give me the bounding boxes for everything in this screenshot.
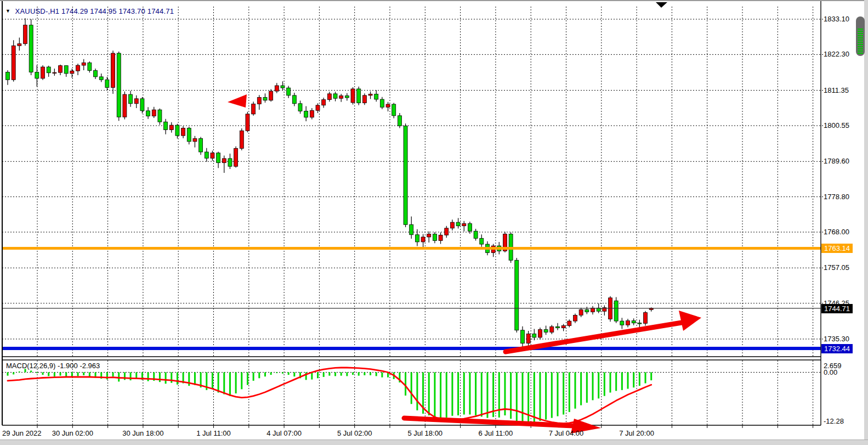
candle-body [362, 95, 366, 103]
candle-body [421, 237, 425, 242]
candle-body [404, 126, 407, 224]
support-price-badge: 1732.44 [821, 344, 853, 353]
candle-body [193, 139, 197, 142]
candle-body [474, 231, 478, 238]
current-bar-marker-icon[interactable] [656, 2, 667, 8]
price-axis-label: 1757.05 [824, 264, 849, 272]
candle-body [169, 125, 173, 129]
candlestick-chart[interactable] [0, 0, 868, 445]
last-price-badge: 1744.71 [821, 304, 853, 313]
candle-body [468, 224, 472, 232]
price-axis-label: 1833.10 [824, 15, 849, 23]
window-right-strip [864, 0, 868, 445]
candle-body [59, 66, 63, 73]
candle-body [614, 301, 618, 321]
time-axis-label: 5 Jul 18:00 [389, 429, 461, 437]
candle-body [445, 228, 449, 235]
candle-body [480, 238, 484, 244]
candle-body [568, 321, 571, 325]
candle-body [380, 99, 384, 107]
candle-body [64, 66, 68, 74]
candle-body [246, 114, 249, 131]
candle-body [24, 25, 27, 44]
candle-body [392, 104, 396, 116]
candle-body [240, 131, 243, 148]
candle-body [304, 111, 308, 117]
candle-body [29, 25, 33, 72]
collapse-triangle-icon[interactable]: ▼ [5, 8, 10, 14]
candle-body [111, 53, 115, 88]
candle-body [287, 88, 291, 95]
candle-body [375, 94, 378, 99]
candle-body [146, 111, 150, 116]
left-arrow-marker-icon[interactable] [228, 94, 247, 108]
candle-body [345, 95, 349, 98]
candle-body [164, 122, 168, 129]
candle-body [117, 53, 121, 117]
candle-body [579, 309, 583, 315]
symbol-ohlc-text: XAUUSD-,H1 1744.29 1744.95 1743.70 1744.… [15, 7, 174, 15]
candle-body [638, 323, 642, 324]
candle-body [538, 330, 542, 337]
candle-body [82, 63, 86, 65]
time-axis-label: 5 Jul 02:00 [319, 429, 390, 437]
candle-body [70, 71, 74, 74]
candle-body [152, 110, 156, 116]
candle-body [462, 224, 466, 226]
time-axis-label: 29 Jun 2022 [2, 429, 42, 437]
candle-body [298, 104, 302, 111]
candle-body [76, 65, 80, 71]
time-axis-label: 7 Jul 04:00 [531, 429, 602, 437]
candle-body [398, 116, 401, 126]
candle-body [532, 334, 536, 337]
candle-body [129, 94, 133, 104]
candle-body [158, 110, 162, 122]
candle-body [187, 128, 191, 141]
candle-body [228, 159, 232, 166]
window-top-edge [0, 0, 868, 1]
candle-body [263, 97, 267, 100]
macd-signal-line [8, 368, 651, 424]
scrollbar-grip-icon [858, 29, 863, 54]
time-axis-label: 4 Jul 07:00 [248, 429, 320, 437]
candle-body [199, 139, 203, 152]
candle-body [99, 77, 103, 80]
candle-body [140, 99, 144, 111]
candle-body [88, 63, 92, 70]
candle-body [211, 153, 214, 159]
candle-body [134, 99, 138, 104]
trend-arrow-up-head[interactable] [679, 311, 701, 331]
candle-body [53, 72, 56, 73]
window-bottom-strip [0, 440, 868, 445]
candle-body [585, 309, 589, 312]
candle-body [175, 125, 179, 136]
candle-body [550, 326, 554, 332]
time-axis-label: 30 Jun 18:00 [107, 429, 179, 437]
time-axis-label: 7 Jul 20:00 [601, 429, 672, 437]
candle-body [41, 67, 45, 78]
candle-body [269, 91, 273, 100]
candle-body [450, 222, 454, 228]
candle-body [234, 148, 238, 166]
candle-body [433, 234, 436, 241]
candle-body [327, 94, 331, 100]
candle-body [94, 71, 98, 77]
candle-body [415, 235, 419, 242]
time-axis-label: 1 Jul 11:00 [178, 429, 249, 437]
time-axis-label: 30 Jun 02:00 [37, 429, 108, 437]
candle-body [257, 97, 261, 104]
macd-axis-zero: 0.00 [824, 369, 837, 376]
candle-body [105, 80, 109, 87]
time-axis-label: 6 Jul 11:00 [460, 429, 531, 437]
candle-body [351, 89, 355, 103]
price-axis-label: 1778.80 [824, 193, 849, 201]
candle-body [632, 321, 636, 323]
vertical-scrollbar-thumb[interactable] [856, 16, 865, 56]
candle-body [520, 330, 524, 343]
candle-body [6, 72, 10, 80]
price-axis-label: 1789.60 [824, 157, 849, 165]
candle-body [427, 234, 431, 237]
candle-body [357, 89, 361, 103]
candle-body [626, 321, 630, 325]
price-axis-label: 1822.30 [824, 50, 849, 58]
